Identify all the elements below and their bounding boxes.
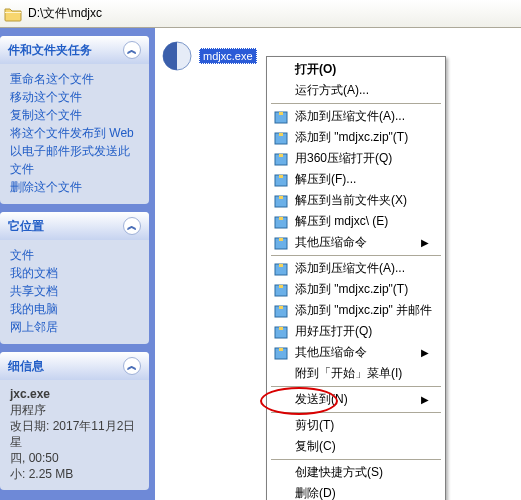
details-header[interactable]: 细信息 ︽ (0, 352, 149, 380)
svg-rect-18 (279, 285, 283, 288)
svg-rect-12 (279, 217, 283, 220)
menu-runas[interactable]: 运行方式(A)... (269, 80, 443, 101)
task-rename[interactable]: 重命名这个文件 (10, 70, 139, 88)
menu-extract-here[interactable]: 解压到当前文件夹(X) (269, 190, 443, 211)
menu-sendto[interactable]: 发送到(N)▶ (269, 389, 443, 410)
chevron-up-icon[interactable]: ︽ (123, 217, 141, 235)
svg-rect-2 (279, 112, 283, 115)
task-move[interactable]: 移动这个文件 (10, 88, 139, 106)
task-email[interactable]: 以电子邮件形式发送此文件 (10, 142, 139, 178)
arrow-right-icon: ▶ (421, 391, 429, 408)
tasks-header[interactable]: 件和文件夹任务 ︽ (0, 36, 149, 64)
menu-shortcut[interactable]: 创建快捷方式(S) (269, 462, 443, 483)
menu-open-360[interactable]: 用360压缩打开(Q) (269, 148, 443, 169)
menu-add-zip-mail[interactable]: 添加到 "mdjxc.zip" 并邮件 (269, 300, 443, 321)
file-label: mdjxc.exe (199, 48, 257, 64)
arrow-right-icon: ▶ (421, 234, 429, 251)
detail-date: 改日期: 2017年11月2日星 (10, 418, 139, 450)
separator (271, 459, 441, 460)
detail-date2: 四, 00:50 (10, 450, 139, 466)
chevron-up-icon[interactable]: ︽ (123, 357, 141, 375)
detail-name: jxc.exe (10, 386, 139, 402)
menu-add-zip[interactable]: 添加到 "mdjxc.zip"(T) (269, 127, 443, 148)
chevron-up-icon[interactable]: ︽ (123, 41, 141, 59)
tasks-title: 件和文件夹任务 (8, 42, 92, 59)
task-publish[interactable]: 将这个文件发布到 Web (10, 124, 139, 142)
address-bar[interactable]: D:\文件\mdjxc (0, 0, 521, 28)
menu-extract-folder[interactable]: 解压到 mdjxc\ (E) (269, 211, 443, 232)
menu-other-compress-2[interactable]: 其他压缩命令▶ (269, 342, 443, 363)
menu-other-compress[interactable]: 其他压缩命令▶ (269, 232, 443, 253)
tasks-panel: 件和文件夹任务 ︽ 重命名这个文件 移动这个文件 复制这个文件 将这个文件发布到… (0, 36, 149, 204)
menu-add-zip-2[interactable]: 添加到 "mdjxc.zip"(T) (269, 279, 443, 300)
svg-rect-22 (279, 327, 283, 330)
menu-copy[interactable]: 复制(C) (269, 436, 443, 457)
place-network[interactable]: 网上邻居 (10, 318, 139, 336)
menu-pin-start[interactable]: 附到「开始」菜单(I) (269, 363, 443, 384)
svg-rect-4 (279, 133, 283, 136)
menu-open[interactable]: 打开(O) (269, 59, 443, 80)
address-path: D:\文件\mdjxc (28, 5, 102, 22)
folder-icon (4, 6, 22, 22)
menu-haoyazip[interactable]: 用好压打开(Q) (269, 321, 443, 342)
svg-rect-16 (279, 264, 283, 267)
detail-size: 小: 2.25 MB (10, 466, 139, 482)
arrow-right-icon: ▶ (421, 344, 429, 361)
place-mycomputer[interactable]: 我的电脑 (10, 300, 139, 318)
menu-add-archive[interactable]: 添加到压缩文件(A)... (269, 106, 443, 127)
sidebar: 件和文件夹任务 ︽ 重命名这个文件 移动这个文件 复制这个文件 将这个文件发布到… (0, 28, 155, 500)
place-shared[interactable]: 共享文档 (10, 282, 139, 300)
menu-cut[interactable]: 剪切(T) (269, 415, 443, 436)
details-title: 细信息 (8, 358, 44, 375)
separator (271, 386, 441, 387)
places-title: 它位置 (8, 218, 44, 235)
svg-rect-6 (279, 154, 283, 157)
task-delete[interactable]: 删除这个文件 (10, 178, 139, 196)
separator (271, 255, 441, 256)
menu-extract-to[interactable]: 解压到(F)... (269, 169, 443, 190)
separator (271, 412, 441, 413)
svg-rect-24 (279, 348, 283, 351)
svg-rect-8 (279, 175, 283, 178)
svg-rect-20 (279, 306, 283, 309)
place-mydocs[interactable]: 我的文档 (10, 264, 139, 282)
places-header[interactable]: 它位置 ︽ (0, 212, 149, 240)
context-menu: 打开(O) 运行方式(A)... 添加到压缩文件(A)... 添加到 "mdjx… (266, 56, 446, 500)
file-item[interactable]: mdjxc.exe (161, 40, 257, 72)
svg-rect-10 (279, 196, 283, 199)
details-panel: 细信息 ︽ jxc.exe 用程序 改日期: 2017年11月2日星 四, 00… (0, 352, 149, 490)
task-copy[interactable]: 复制这个文件 (10, 106, 139, 124)
menu-add-archive-2[interactable]: 添加到压缩文件(A)... (269, 258, 443, 279)
places-panel: 它位置 ︽ 文件 我的文档 共享文档 我的电脑 网上邻居 (0, 212, 149, 344)
detail-type: 用程序 (10, 402, 139, 418)
place-file[interactable]: 文件 (10, 246, 139, 264)
svg-rect-14 (279, 238, 283, 241)
app-icon (161, 40, 193, 72)
separator (271, 103, 441, 104)
menu-delete[interactable]: 删除(D) (269, 483, 443, 500)
